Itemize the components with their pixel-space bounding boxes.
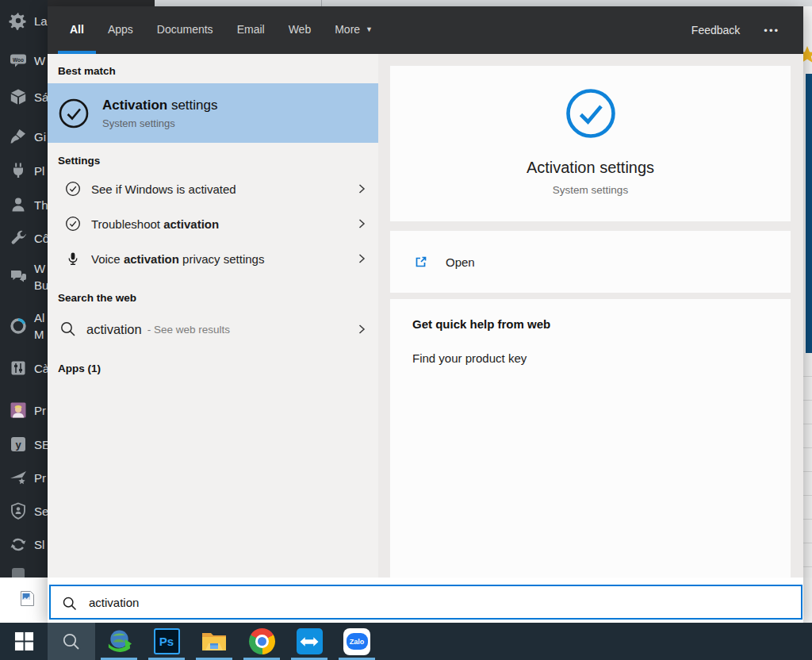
taskbar-file-explorer-button[interactable] bbox=[190, 623, 238, 660]
tab-documents[interactable]: Documents bbox=[145, 6, 225, 54]
sidebar-item-products[interactable]: Sá bbox=[0, 87, 48, 106]
sidebar-item-label: Cô bbox=[34, 230, 48, 247]
search-bar-container bbox=[48, 578, 803, 623]
svg-text:Woo: Woo bbox=[13, 57, 24, 63]
open-action-row[interactable]: Open bbox=[390, 231, 791, 293]
appearance-brush-icon bbox=[9, 127, 28, 146]
chevron-right-icon bbox=[356, 253, 367, 264]
sidebar-item-partial bbox=[0, 565, 48, 578]
best-match-item[interactable]: Activation settings System settings bbox=[48, 83, 378, 143]
taskbar-idm-button[interactable] bbox=[95, 623, 143, 660]
tab-more[interactable]: More ▼ bbox=[323, 6, 385, 54]
activation-check-icon bbox=[58, 98, 90, 129]
generic-plugin-icon bbox=[9, 565, 28, 578]
zalo-icon: Zalo bbox=[343, 628, 370, 655]
chrome-icon bbox=[249, 628, 275, 654]
tab-web[interactable]: Web bbox=[277, 6, 324, 54]
tab-apps[interactable]: Apps bbox=[96, 6, 145, 54]
overflow-menu-icon[interactable]: ••• bbox=[764, 6, 779, 54]
browser-tab-divider bbox=[321, 0, 322, 6]
result-voice-activation-privacy[interactable]: Voice activation privacy settings bbox=[48, 241, 378, 276]
sidebar-item-seo[interactable]: y SE bbox=[0, 435, 48, 454]
open-label: Open bbox=[446, 255, 475, 269]
broken-image-icon bbox=[21, 591, 34, 606]
sidebar-item-label: Cà bbox=[34, 360, 48, 377]
search-web-header: Search the web bbox=[48, 292, 378, 304]
page-background-corner bbox=[0, 578, 48, 623]
search-input[interactable] bbox=[87, 595, 801, 610]
chevron-right-icon bbox=[356, 324, 367, 335]
browser-top-strip bbox=[48, 0, 812, 6]
profile-avatar-icon bbox=[9, 401, 28, 420]
yoast-seo-icon: y bbox=[9, 435, 28, 454]
quick-help-header: Get quick help from web bbox=[412, 317, 768, 331]
preview-column: Activation settings System settings Open… bbox=[378, 54, 803, 578]
browser-tab-dark-segment bbox=[48, 0, 155, 6]
activation-check-icon-large bbox=[565, 87, 617, 140]
preview-title: Activation settings bbox=[527, 159, 654, 177]
chevron-right-icon bbox=[356, 218, 367, 229]
best-match-subtitle: System settings bbox=[102, 117, 218, 129]
sidebar-item-premium[interactable]: Pr bbox=[0, 468, 48, 487]
taskbar-search-button[interactable] bbox=[48, 623, 95, 660]
idm-icon bbox=[105, 627, 133, 655]
search-icon bbox=[62, 596, 78, 612]
taskbar-zalo-button[interactable]: Zalo bbox=[333, 623, 381, 660]
sidebar-item-appearance[interactable]: Gi bbox=[0, 127, 48, 146]
result-see-if-windows-activated[interactable]: See if Windows is activated bbox=[48, 171, 378, 206]
sidebar-item-label: Al M bbox=[34, 309, 44, 343]
sidebar-item-tools[interactable]: Cô bbox=[0, 228, 48, 248]
results-column: Best match Activation settings System se… bbox=[48, 54, 378, 578]
sidebar-item-label: Gi bbox=[34, 129, 46, 145]
best-match-title: Activation settings bbox=[102, 98, 218, 113]
sidebar-item-dashboard[interactable]: La bbox=[0, 11, 48, 30]
svg-text:y: y bbox=[15, 439, 21, 451]
plugins-plug-icon bbox=[9, 161, 28, 180]
migration-circle-icon bbox=[9, 317, 28, 336]
find-product-key-link[interactable]: Find your product key bbox=[412, 351, 768, 365]
tab-all[interactable]: All bbox=[58, 6, 96, 54]
photoshop-icon: Ps bbox=[154, 628, 180, 654]
taskbar-photoshop-button[interactable]: Ps bbox=[143, 623, 190, 660]
sidebar-item-chat[interactable]: W Bu bbox=[0, 260, 48, 294]
search-icon bbox=[59, 320, 77, 338]
windows-search-flyout: All Apps Documents Email Web More ▼ Feed… bbox=[48, 6, 803, 623]
sidebar-item-label: Se bbox=[34, 503, 48, 520]
microphone-icon bbox=[65, 251, 81, 267]
start-button[interactable] bbox=[0, 623, 48, 660]
slider-refresh-icon bbox=[9, 535, 28, 554]
settings-sliders-icon bbox=[9, 359, 28, 378]
preview-card: Activation settings System settings bbox=[390, 66, 791, 221]
search-icon bbox=[61, 631, 82, 652]
best-match-header: Best match bbox=[48, 65, 378, 77]
sidebar-item-profile[interactable]: Pr bbox=[0, 401, 48, 420]
products-box-icon bbox=[9, 87, 28, 106]
circle-check-icon bbox=[65, 181, 81, 197]
sidebar-item-woocommerce[interactable]: Woo W bbox=[0, 51, 48, 70]
sidebar-item-label: Th bbox=[34, 197, 48, 213]
sidebar-item-label: Pl bbox=[34, 163, 44, 179]
web-query-text: activation bbox=[86, 322, 142, 337]
tab-email[interactable]: Email bbox=[225, 6, 277, 54]
apps-section-header: Apps (1) bbox=[48, 363, 378, 374]
result-troubleshoot-activation[interactable]: Troubleshoot activation bbox=[48, 206, 378, 241]
background-table-rows bbox=[803, 353, 812, 578]
open-external-icon bbox=[413, 254, 429, 270]
feedback-button[interactable]: Feedback bbox=[691, 6, 740, 54]
sidebar-item-migration[interactable]: Al M bbox=[0, 309, 48, 343]
sidebar-item-settings[interactable]: Cà bbox=[0, 359, 48, 378]
taskbar-teamviewer-button[interactable] bbox=[285, 623, 333, 660]
chat-bubbles-icon bbox=[9, 267, 28, 286]
star-icon bbox=[803, 44, 812, 74]
taskbar-chrome-button[interactable] bbox=[238, 623, 285, 660]
sidebar-item-label: Sl bbox=[34, 536, 44, 553]
result-web-search[interactable]: activation - See web results bbox=[48, 310, 378, 348]
sidebar-item-security[interactable]: Se bbox=[0, 501, 48, 520]
quick-help-card: Get quick help from web Find your produc… bbox=[390, 299, 791, 578]
sidebar-item-slider[interactable]: Sl bbox=[0, 535, 48, 554]
teamviewer-icon bbox=[297, 628, 323, 654]
wordpress-admin-sidebar: La Woo W Sá Gi Pl Th Cô W Bu Al M Cà Pr … bbox=[0, 0, 48, 578]
sidebar-item-plugins[interactable]: Pl bbox=[0, 161, 48, 180]
sidebar-item-label: Pr bbox=[34, 470, 46, 486]
sidebar-item-users[interactable]: Th bbox=[0, 195, 48, 214]
